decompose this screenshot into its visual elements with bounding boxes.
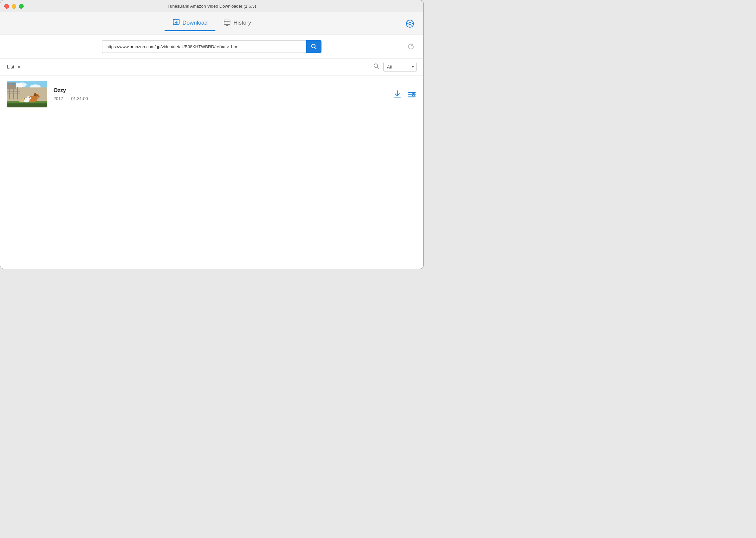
settings-button[interactable] [403, 17, 417, 30]
url-input[interactable] [102, 40, 306, 53]
search-container [102, 40, 321, 53]
svg-point-38 [34, 93, 37, 96]
download-button[interactable] [393, 89, 402, 99]
svg-point-50 [24, 98, 25, 99]
close-button[interactable] [4, 4, 9, 9]
item-settings-button[interactable] [407, 89, 417, 99]
history-tab-icon [223, 19, 231, 28]
video-meta: 2017 01:31:00 [54, 96, 386, 101]
download-tab-icon [173, 19, 180, 28]
filter-select[interactable]: All Movies TV Shows [383, 62, 417, 72]
svg-line-14 [412, 25, 413, 26]
svg-line-66 [414, 94, 415, 94]
svg-line-13 [407, 21, 408, 21]
minimize-button[interactable] [12, 4, 16, 9]
svg-rect-29 [17, 87, 18, 99]
video-thumbnail [7, 81, 47, 107]
tab-download[interactable]: Download [165, 16, 216, 31]
tab-group: Download History [165, 16, 259, 31]
list-text: List [7, 64, 14, 69]
svg-point-8 [409, 22, 411, 25]
svg-point-58 [413, 94, 414, 95]
svg-rect-4 [224, 20, 230, 24]
traffic-lights [4, 4, 24, 9]
window-title: TunesBank Amazon Video Downloader (1.6.3… [168, 4, 256, 9]
svg-point-41 [39, 96, 40, 97]
svg-rect-34 [8, 83, 10, 85]
svg-line-15 [412, 21, 413, 21]
video-item: Ozzy 2017 01:31:00 [0, 75, 423, 113]
list-controls: All Movies TV Shows ▾ [373, 62, 417, 72]
svg-line-18 [315, 48, 316, 49]
svg-line-20 [377, 67, 379, 69]
refresh-button[interactable] [407, 42, 415, 51]
svg-point-23 [17, 82, 27, 87]
content-area: Ozzy 2017 01:31:00 [0, 75, 423, 269]
tab-history[interactable]: History [215, 16, 259, 31]
video-duration: 01:31:00 [71, 96, 88, 101]
svg-point-45 [29, 97, 30, 98]
sort-icon[interactable] [18, 66, 20, 68]
video-actions [393, 89, 417, 99]
tab-history-label: History [233, 20, 251, 26]
tab-download-label: Download [183, 20, 208, 26]
list-search-button[interactable] [373, 63, 379, 70]
svg-point-47 [22, 98, 25, 100]
list-header: List All Movies TV Shows ▾ [0, 59, 423, 75]
svg-rect-51 [7, 103, 47, 107]
video-year: 2017 [54, 96, 63, 101]
svg-line-64 [414, 95, 415, 96]
svg-line-63 [412, 94, 413, 94]
svg-line-16 [407, 25, 408, 26]
search-button[interactable] [306, 40, 321, 53]
svg-line-65 [412, 95, 413, 96]
titlebar: TunesBank Amazon Video Downloader (1.6.3… [0, 0, 423, 12]
filter-wrapper: All Movies TV Shows ▾ [383, 62, 417, 72]
list-label: List [7, 64, 20, 69]
maximize-button[interactable] [19, 4, 24, 9]
video-title: Ozzy [54, 87, 386, 93]
svg-rect-35 [12, 83, 15, 85]
video-info: Ozzy 2017 01:31:00 [54, 87, 386, 101]
search-bar [0, 35, 423, 59]
toolbar: Download History [0, 12, 423, 35]
